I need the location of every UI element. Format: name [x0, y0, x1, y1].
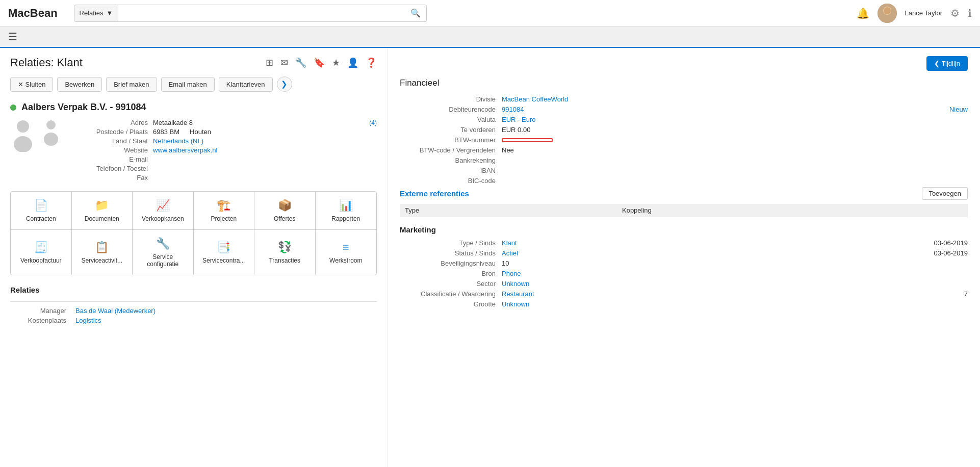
fin-label: BIC-code [400, 177, 502, 185]
fin-row: BTW-code / VergrendelenNee [400, 146, 968, 154]
fin-label: IBAN [400, 167, 502, 174]
module-icon-grid: 📄Contracten📁Documenten📈Verkoopkansen🏗️Pr… [10, 191, 377, 275]
manager-value[interactable]: Bas de Waal (Medewerker) [75, 307, 156, 315]
externe-referenties-section: Externe referenties Toevoegen Type Koppe… [400, 187, 968, 217]
grid-item-servicecontra-[interactable]: 📑Servicecontra... [194, 230, 255, 275]
fin-value-link[interactable]: MacBean CoffeeWorld [502, 95, 568, 103]
ext-ref-title: Externe referenties [400, 189, 469, 198]
financieel-title: Financieel [400, 78, 968, 88]
fax-label: Fax [71, 174, 153, 181]
nieuw-link[interactable]: Nieuw [949, 106, 968, 113]
grid-item-projecten[interactable]: 🏗️Projecten [194, 192, 255, 230]
grid-label: Rapporten [331, 215, 360, 222]
fin-label: BTW-nummer [400, 136, 502, 144]
mkt-value[interactable]: Actief [502, 249, 519, 257]
bookmark-icon[interactable]: 🔖 [314, 57, 325, 68]
settings-gear-icon[interactable]: ⚙ [950, 7, 960, 19]
grid-item-rapporten[interactable]: 📊Rapporten [316, 192, 377, 230]
fin-label: Bankrekening [400, 157, 502, 164]
avatar-area [10, 119, 61, 183]
grid-item-service-configuratie[interactable]: 🔧Service configuratie [133, 230, 194, 275]
info-circle-icon[interactable]: ℹ [968, 7, 972, 19]
grid-item-offertes[interactable]: 📦Offertes [254, 192, 316, 230]
mkt-row: BronPhone [400, 270, 968, 277]
mkt-label: Grootte [400, 300, 502, 308]
grid-label: Offertes [274, 215, 295, 222]
grid-item-documenten[interactable]: 📁Documenten [72, 192, 133, 230]
mkt-value[interactable]: Klant [502, 239, 517, 247]
grid-icon: 🔧 [156, 237, 170, 250]
mkt-value[interactable]: Unknown [502, 300, 529, 308]
table-icon[interactable]: ⊞ [266, 57, 273, 68]
fin-row: Te vorderenEUR 0.00 [400, 126, 968, 134]
envelope-icon[interactable]: ✉ [280, 57, 288, 68]
grid-item-serviceactivit-[interactable]: 📋Serviceactivit... [72, 230, 133, 275]
grid-item-transacties[interactable]: 💱Transacties [254, 230, 316, 275]
land-row: Land / Staat Netherlands (NL) [71, 137, 377, 145]
search-input[interactable] [118, 5, 426, 22]
fin-value-link[interactable]: EUR - Euro [502, 116, 535, 123]
person-icon[interactable]: 👤 [347, 57, 358, 68]
wrench-icon[interactable]: 🔧 [295, 57, 306, 68]
fin-label: Divisie [400, 95, 502, 103]
help-icon[interactable]: ❓ [366, 57, 377, 68]
grid-label: Werkstroom [329, 257, 362, 264]
marketing-rows: Type / SindsKlant03-06-2019Status / Sind… [400, 239, 968, 308]
page-title: Relaties: Klant [10, 56, 83, 69]
email-label: E-mail [71, 155, 153, 163]
klanttarieven-button[interactable]: Klanttarieven [219, 77, 273, 92]
grid-label: Transacties [269, 257, 300, 264]
user-name[interactable]: Lance Taylor [905, 9, 942, 17]
mkt-row: Type / SindsKlant03-06-2019 [400, 239, 968, 247]
website-value[interactable]: www.aalbersverpak.nl [153, 146, 217, 154]
mkt-value[interactable]: Restaurant [502, 290, 534, 298]
tijdlijn-button[interactable]: ❮ Tijdlijn [926, 56, 968, 71]
grid-item-verkoopfactuur[interactable]: 🧾Verkoopfactuur [11, 230, 72, 275]
info-table: Adres Metaalkade 8 (4) Postcode / Plaats… [71, 119, 377, 183]
grid-item-werkstroom[interactable]: ≡Werkstroom [316, 230, 377, 275]
grid-item-verkoopkansen[interactable]: 📈Verkoopkansen [133, 192, 194, 230]
mkt-value: 10 [502, 260, 509, 267]
mkt-value[interactable]: Unknown [502, 280, 529, 288]
fin-label: Debiteurencode [400, 106, 502, 113]
sluiten-button[interactable]: ✕ Sluiten [10, 77, 53, 92]
grid-label: Serviceactivit... [81, 257, 122, 264]
brief-maken-button[interactable]: Brief maken [106, 77, 157, 92]
relaties-section: Relaties Manager Bas de Waal (Medewerker… [10, 286, 377, 324]
svg-point-7 [44, 133, 58, 146]
hamburger-menu-icon[interactable]: ☰ [8, 31, 17, 43]
search-area: Relaties ▼ 🔍 [74, 5, 421, 22]
relaties-kostenplaats-row: Kostenplaats Logistics [10, 317, 377, 324]
fin-row: Bankrekening [400, 157, 968, 164]
land-label: Land / Staat [71, 137, 153, 145]
star-icon[interactable]: ★ [332, 57, 340, 68]
module-select[interactable]: Relaties ▼ [74, 5, 119, 22]
telefoon-label: Telefoon / Toestel [71, 165, 153, 172]
kostenplaats-label: Kostenplaats [10, 317, 71, 324]
toevoegen-button[interactable]: Toevoegen [922, 187, 968, 200]
fin-btw-value [502, 136, 553, 144]
notification-bell-icon[interactable]: 🔔 [857, 7, 869, 19]
search-button[interactable]: 🔍 [410, 8, 421, 18]
right-panel: ❮ Tijdlijn Financieel DivisieMacBean Cof… [388, 48, 980, 467]
mkt-row: Classificatie / WaarderingRestaurant7 [400, 290, 968, 298]
mkt-value[interactable]: Phone [502, 270, 521, 277]
mkt-row: Status / SindsActief03-06-2019 [400, 249, 968, 257]
user-avatar[interactable] [878, 4, 897, 23]
bewerken-button[interactable]: Bewerken [57, 77, 102, 92]
nav-bar: ☰ [0, 27, 980, 48]
chevron-down-icon: ▼ [107, 9, 113, 17]
grid-item-contracten[interactable]: 📄Contracten [11, 192, 72, 230]
email-maken-button[interactable]: Email maken [161, 77, 215, 92]
svg-point-5 [14, 136, 32, 152]
land-value[interactable]: Netherlands (NL) [153, 137, 203, 145]
ext-ref-header: Externe referenties Toevoegen [400, 187, 968, 200]
top-bar-right: 🔔 Lance Taylor ⚙ ℹ [857, 4, 972, 23]
address-count[interactable]: (4) [369, 119, 377, 126]
kostenplaats-value[interactable]: Logistics [75, 317, 101, 324]
fin-value-link[interactable]: 991084 [502, 106, 524, 113]
mkt-row: GrootteUnknown [400, 300, 968, 308]
grid-label: Documenten [85, 215, 119, 222]
svg-point-3 [884, 7, 891, 14]
more-actions-button[interactable]: ❯ [277, 76, 292, 92]
